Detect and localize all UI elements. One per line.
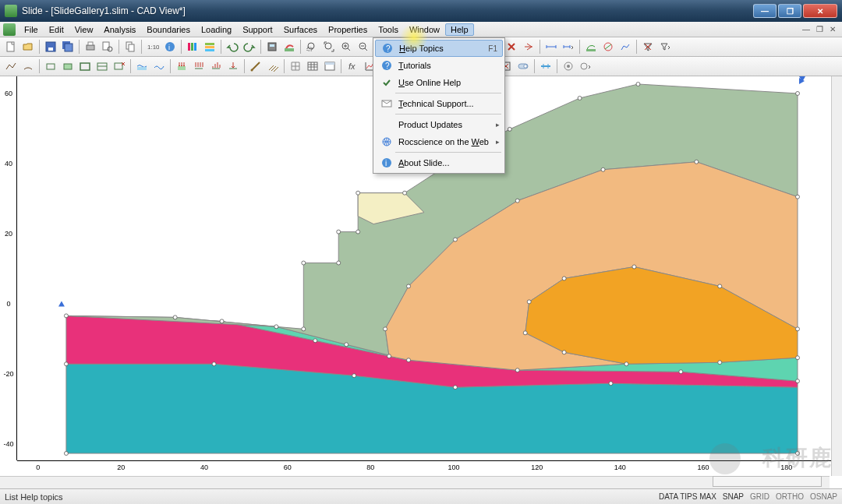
boundary-material-icon[interactable]	[94, 58, 110, 74]
zoom-in-icon[interactable]	[338, 39, 354, 55]
dimension-menu-icon[interactable]	[561, 39, 576, 55]
load-triangular-icon[interactable]	[208, 58, 224, 74]
help-item-product-updates[interactable]: Product Updates▸	[375, 116, 503, 133]
dimension-h-icon[interactable]	[543, 39, 559, 55]
status-toggle-snap[interactable]: SNAP	[723, 492, 744, 501]
mdi-restore-icon[interactable]: ❐	[813, 24, 826, 35]
menu-item-label: Use Online Help	[395, 78, 500, 87]
interpret-icon[interactable]	[281, 39, 297, 55]
grid-icon[interactable]	[288, 58, 303, 74]
toggle-view-icon[interactable]	[561, 58, 576, 74]
boundary-external-icon[interactable]	[77, 58, 93, 74]
table-icon[interactable]	[305, 58, 320, 74]
compute-icon[interactable]	[264, 39, 280, 55]
scrollbar-horizontal[interactable]	[0, 476, 830, 488]
ruler-x-tick: 120	[531, 463, 543, 471]
save-icon[interactable]	[43, 39, 58, 55]
slip-circle-icon[interactable]	[583, 39, 599, 55]
statusbar: List Help topics DATA TIPS MAXSNAPGRIDOR…	[0, 488, 842, 504]
bolt-pattern-icon[interactable]	[265, 58, 281, 74]
boundary-delete-icon[interactable]	[111, 58, 127, 74]
menu-edit[interactable]: Edit	[44, 23, 69, 36]
rectangle-icon[interactable]	[43, 58, 58, 74]
info-icon[interactable]: i	[162, 39, 178, 55]
copy-icon[interactable]	[122, 39, 138, 55]
svg-point-12	[165, 42, 175, 51]
arc-icon[interactable]	[20, 58, 36, 74]
bolts-icon[interactable]	[248, 58, 264, 74]
status-toggle-osnap[interactable]: OSNAP	[810, 492, 837, 501]
help-item-use-online-help[interactable]: Use Online Help	[375, 74, 503, 91]
menu-help[interactable]: Help	[445, 23, 474, 36]
svg-point-106	[624, 362, 628, 366]
menu-file[interactable]: File	[19, 23, 44, 36]
svg-point-88	[356, 230, 360, 234]
redo-icon[interactable]	[242, 39, 257, 55]
mdi-close-icon[interactable]: ✕	[826, 24, 839, 35]
svg-point-114	[718, 284, 722, 288]
globe-icon	[378, 136, 395, 147]
mdi-minimize-icon[interactable]: —	[800, 24, 812, 35]
status-toggle-data-tips-max[interactable]: DATA TIPS MAX	[659, 492, 716, 501]
load-point-icon[interactable]	[225, 58, 241, 74]
zoom-out-icon[interactable]	[356, 39, 371, 55]
svg-rect-19	[205, 49, 214, 51]
save-all-icon[interactable]	[60, 39, 76, 55]
zoom-window-icon[interactable]	[304, 39, 320, 55]
menu-window[interactable]: Window	[404, 23, 445, 36]
region-icon[interactable]	[60, 58, 76, 74]
delete-icon[interactable]	[504, 39, 519, 55]
svg-point-23	[308, 43, 314, 49]
ruler-x-tick: 160	[697, 463, 709, 471]
toggle-view-menu-icon[interactable]	[578, 58, 593, 74]
menu-properties[interactable]: Properties	[323, 23, 373, 36]
polyline-icon[interactable]	[3, 58, 19, 74]
document-icon	[3, 23, 16, 36]
close-button[interactable]: ✕	[803, 4, 837, 18]
new-file-icon[interactable]	[3, 39, 19, 55]
menu-support[interactable]: Support	[237, 23, 278, 36]
layers-icon[interactable]	[202, 39, 218, 55]
surcharge-icon[interactable]	[174, 58, 189, 74]
slip-surface-icon[interactable]	[600, 39, 616, 55]
flip-icon[interactable]	[521, 39, 536, 55]
menu-analysis[interactable]: Analysis	[98, 23, 141, 36]
undo-icon[interactable]	[225, 39, 240, 55]
material-bars-icon[interactable]	[185, 39, 200, 55]
svg-point-117	[562, 351, 566, 354]
scrollbar-vertical[interactable]	[831, 76, 842, 476]
svg-rect-35	[47, 64, 55, 69]
help-item-help-topics[interactable]: ?Help TopicsF1	[375, 40, 503, 57]
print-preview-icon[interactable]	[100, 39, 115, 55]
toggle-icon[interactable]	[515, 58, 531, 74]
svg-point-95	[796, 91, 800, 95]
slip-noncircular-icon[interactable]	[617, 39, 633, 55]
svg-rect-4	[65, 44, 73, 51]
status-toggle-grid[interactable]: GRID	[750, 492, 769, 501]
water-table-icon[interactable]	[134, 58, 150, 74]
open-file-icon[interactable]	[20, 39, 36, 55]
help-item-rocscience-on-the-web[interactable]: Rocscience on the Web▸	[375, 133, 503, 150]
piezo-line-icon[interactable]	[151, 58, 167, 74]
menu-surfaces[interactable]: Surfaces	[278, 23, 323, 36]
ruler-y-tick: -40	[0, 440, 17, 448]
minimize-button[interactable]: —	[753, 4, 777, 18]
help-item-tutorials[interactable]: ?Tutorials	[375, 57, 503, 74]
filter-icon[interactable]	[640, 39, 656, 55]
maximize-button[interactable]: ❐	[778, 4, 801, 18]
help-item-about-slide-[interactable]: iAbout Slide...	[375, 154, 503, 171]
print-icon[interactable]	[83, 39, 98, 55]
menu-tools[interactable]: Tools	[373, 23, 404, 36]
menu-view[interactable]: View	[69, 23, 99, 36]
menu-boundaries[interactable]: Boundaries	[141, 23, 196, 36]
filter-menu-icon[interactable]	[657, 39, 673, 55]
function-icon[interactable]: fx	[345, 58, 360, 74]
zoom-extents-icon[interactable]	[321, 39, 337, 55]
spreadsheet-icon[interactable]	[322, 58, 338, 74]
menu-loading[interactable]: Loading	[196, 23, 237, 36]
zoom-ratio-icon[interactable]: 1:10	[145, 39, 161, 55]
load-uniform-icon[interactable]	[191, 58, 207, 74]
help-item-technical-support-[interactable]: Technical Support...	[375, 95, 503, 112]
status-toggle-ortho[interactable]: ORTHO	[776, 492, 804, 501]
div-style-icon[interactable]	[538, 58, 554, 74]
